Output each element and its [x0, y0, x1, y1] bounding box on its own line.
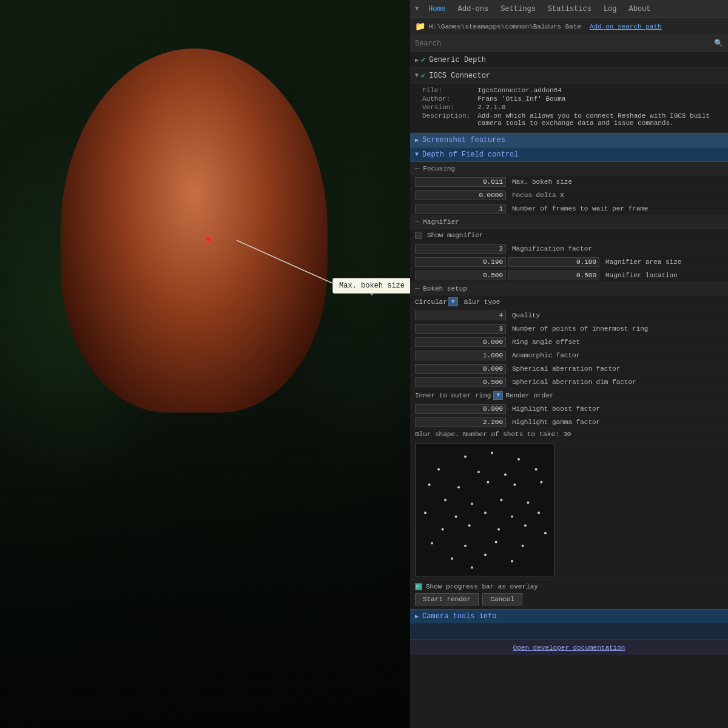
- addon-search-path-link[interactable]: Add-on search path: [590, 23, 662, 30]
- magnifier-location-row: Magnifier location: [410, 269, 728, 282]
- highlight-gamma-input[interactable]: [415, 417, 506, 427]
- overlay-checkbox[interactable]: [415, 583, 422, 590]
- generic-depth-arrow-icon[interactable]: ▶: [415, 56, 419, 64]
- camera-tools-header[interactable]: ▶ Camera tools info: [410, 609, 728, 624]
- spherical-aber-label: Spherical aberration factor: [512, 365, 723, 372]
- menu-arrow-icon: ▼: [415, 5, 419, 12]
- desc-label: Description:: [420, 112, 475, 127]
- igcs-arrow-icon[interactable]: ▼: [415, 72, 419, 79]
- blur-type-row: Circular ▼ Blur type: [410, 295, 728, 309]
- render-order-row: Inner to outer ring ▼ Render order: [410, 389, 728, 402]
- magnifier-dash: —: [415, 218, 419, 226]
- magnification-factor-label: Magnification factor: [512, 245, 723, 252]
- screenshot-features-header[interactable]: ▶ Screenshot features: [410, 133, 728, 147]
- bokeh-setup-label: Bokeh setup: [423, 285, 467, 292]
- render-order-label: Render order: [505, 392, 553, 399]
- file-label: File:: [420, 86, 475, 95]
- cancel-button[interactable]: Cancel: [482, 593, 522, 605]
- blur-shape-label: Blur shape. Number of shots to take: 30: [415, 431, 571, 438]
- panel-content[interactable]: ▶ ✔ Generic Depth ▼ ✔ IGCS Connector Fil…: [410, 52, 728, 728]
- focusing-dash: —: [415, 164, 419, 173]
- anamorphic-input[interactable]: [415, 351, 506, 360]
- show-magnifier-label: Show magnifier: [427, 232, 483, 239]
- ring-angle-input[interactable]: [415, 337, 506, 347]
- dev-docs-label[interactable]: Open developer documentation: [513, 644, 625, 652]
- magnification-factor-input[interactable]: [415, 244, 506, 254]
- blur-shape-label-row: Blur shape. Number of shots to take: 30: [410, 429, 728, 440]
- menu-home[interactable]: Home: [426, 4, 448, 15]
- spherical-aber-dim-input[interactable]: [415, 377, 506, 387]
- show-magnifier-checkbox[interactable]: [415, 232, 422, 239]
- frames-wait-input[interactable]: [415, 204, 506, 214]
- max-bokeh-size-input[interactable]: [415, 177, 506, 187]
- frames-wait-label: Number of frames to wait per frame: [512, 205, 723, 212]
- version-label: Version:: [420, 103, 475, 112]
- menu-about[interactable]: About: [626, 4, 653, 15]
- search-input[interactable]: [415, 39, 712, 48]
- menu-bar: ▼ Home Add-ons Settings Statistics Log A…: [410, 0, 728, 18]
- ring-angle-label: Ring angle offset: [512, 339, 723, 346]
- magnifier-area-size-input2[interactable]: [508, 257, 599, 267]
- camera-tools-label: Camera tools info: [422, 612, 496, 621]
- quality-input[interactable]: [415, 311, 506, 320]
- author-value: Frans 'Otis_Inf' Bouma: [475, 95, 723, 103]
- innermost-ring-row: Number of points of innermost ring: [410, 322, 728, 335]
- magnifier-area-size-input1[interactable]: [415, 257, 506, 267]
- focus-delta-x-row: Focus delta X: [410, 189, 728, 202]
- search-icon: 🔍: [714, 39, 723, 48]
- focus-delta-x-input[interactable]: [415, 190, 506, 200]
- eye-highlight: [206, 237, 211, 241]
- max-bokeh-size-row: Max. bokeh size: [410, 175, 728, 189]
- anamorphic-label: Anamorphic factor: [512, 352, 723, 359]
- innermost-ring-input[interactable]: [415, 324, 506, 334]
- blur-type-label: Blur type: [464, 298, 500, 306]
- igcs-check-icon: ✔: [421, 71, 425, 80]
- extra-section-collapsed[interactable]: [410, 624, 728, 639]
- dof-header[interactable]: ▼ Depth of Field control: [410, 147, 728, 162]
- magnification-factor-row: Magnification factor: [410, 242, 728, 255]
- author-label: Author:: [420, 95, 475, 103]
- spherical-aber-dim-label: Spherical aberration dim factor: [512, 379, 723, 386]
- focusing-header: — Focusing: [410, 162, 728, 175]
- highlight-boost-label: Highlight boost factor: [512, 405, 723, 413]
- menu-log[interactable]: Log: [601, 4, 619, 15]
- magnifier-area-size-row: Magnifier area size: [410, 255, 728, 269]
- highlight-gamma-row: Highlight gamma factor: [410, 416, 728, 429]
- igcs-name: IGCS Connector: [429, 72, 490, 80]
- render-order-dropdown-arrow[interactable]: ▼: [493, 391, 503, 400]
- right-panel: ▼ Home Add-ons Settings Statistics Log A…: [410, 0, 728, 728]
- bokeh-dash: —: [415, 285, 419, 293]
- magnifier-location-input1[interactable]: [415, 271, 506, 280]
- quality-label: Quality: [512, 312, 723, 319]
- focus-delta-x-label: Focus delta X: [512, 192, 723, 199]
- menu-settings[interactable]: Settings: [498, 4, 538, 15]
- menu-statistics[interactable]: Statistics: [545, 4, 594, 15]
- bokeh-setup-header: — Bokeh setup: [410, 282, 728, 295]
- overlay-label: Show progress bar as overlay: [426, 583, 538, 590]
- highlight-boost-row: Highlight boost factor: [410, 402, 728, 416]
- game-background: Max. bokeh size: [0, 0, 410, 728]
- search-bar[interactable]: 🔍: [410, 35, 728, 52]
- spherical-aber-input[interactable]: [415, 364, 506, 374]
- camera-tools-arrow-icon: ▶: [415, 613, 419, 620]
- addon-row-generic-depth[interactable]: ▶ ✔ Generic Depth: [410, 52, 728, 68]
- path-text: H:\Games\steamapps\common\Baldurs Gate: [429, 23, 581, 30]
- highlight-boost-input[interactable]: [415, 404, 506, 414]
- magnifier-location-input2[interactable]: [508, 271, 599, 280]
- version-value: 2.2.1.0: [475, 103, 723, 112]
- spherical-aber-dim-row: Spherical aberration dim factor: [410, 376, 728, 389]
- magnifier-area-size-label: Magnifier area size: [605, 258, 723, 266]
- dof-arrow-icon: ▼: [415, 151, 419, 158]
- menu-addons[interactable]: Add-ons: [456, 4, 491, 15]
- desc-value: Add-on which allows you to connect Resha…: [475, 112, 723, 127]
- innermost-ring-label: Number of points of innermost ring: [512, 325, 723, 332]
- igcs-details: File: IgcsConnector.addon64 Author: Fran…: [410, 84, 728, 133]
- blur-type-value: Circular: [415, 298, 447, 306]
- blur-type-dropdown-arrow[interactable]: ▼: [448, 297, 458, 306]
- addon-row-igcs[interactable]: ▼ ✔ IGCS Connector: [410, 68, 728, 84]
- button-row: Start render Cancel: [415, 593, 723, 605]
- start-render-button[interactable]: Start render: [415, 593, 479, 605]
- dev-docs-row[interactable]: Open developer documentation: [410, 639, 728, 655]
- max-bokeh-size-label: Max. bokeh size: [512, 178, 723, 186]
- show-magnifier-row[interactable]: Show magnifier: [410, 229, 728, 242]
